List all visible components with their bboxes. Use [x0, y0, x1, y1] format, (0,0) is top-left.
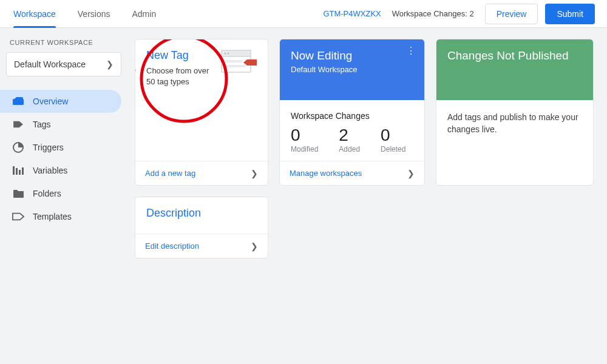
manage-workspaces-label: Manage workspaces	[290, 169, 362, 178]
workspace-changes-count: Workspace Changes: 2	[392, 9, 474, 18]
tab-versions[interactable]: Versions	[78, 0, 110, 27]
description-title: Description	[146, 207, 257, 220]
svg-rect-11	[225, 65, 246, 67]
sidebar-nav: Overview Tags Triggers Variables	[0, 90, 127, 228]
stat-added-num: 2	[339, 126, 360, 145]
svg-point-9	[228, 53, 229, 55]
tab-workspace[interactable]: Workspace	[13, 0, 56, 27]
preview-button[interactable]: Preview	[485, 4, 538, 24]
not-published-body: Add tags and publish to make your change…	[447, 111, 582, 136]
now-editing-subtitle: Default Workspace	[291, 65, 413, 74]
cards-row-1: New Tag Choose from over 50 tag types Ad…	[135, 39, 599, 186]
edit-description-label: Edit description	[145, 241, 199, 251]
card-new-tag-title: New Tag	[146, 49, 215, 62]
trigger-icon	[12, 142, 24, 153]
submit-button[interactable]: Submit	[545, 4, 595, 24]
chevron-right-icon: ❯	[251, 241, 258, 251]
variables-icon	[12, 166, 24, 175]
workspace-selector[interactable]: Default Workspace ❯	[6, 52, 121, 76]
card-menu-icon[interactable]: ⋮	[406, 48, 416, 54]
stat-added-label: Added	[339, 145, 360, 153]
chevron-right-icon: ❯	[251, 169, 258, 178]
sidebar-item-label: Tags	[33, 120, 51, 129]
cards-row-2: Description Edit description ❯	[135, 197, 599, 258]
svg-rect-3	[16, 168, 18, 175]
sidebar-item-label: Folders	[33, 189, 61, 198]
svg-rect-5	[22, 167, 24, 175]
sidebar-item-label: Triggers	[33, 143, 64, 152]
now-editing-title: Now Editing	[291, 49, 413, 62]
card-new-tag: New Tag Choose from over 50 tag types Ad…	[135, 39, 268, 186]
stat-modified-num: 0	[291, 126, 318, 145]
sidebar-item-label: Templates	[33, 212, 72, 221]
tag-illustration-icon	[220, 49, 257, 153]
sidebar-item-tags[interactable]: Tags	[0, 113, 121, 136]
sidebar-item-folders[interactable]: Folders	[0, 182, 121, 205]
container-id[interactable]: GTM-P4WXZKX	[323, 9, 381, 18]
not-published-title: Changes Not Published	[447, 49, 582, 62]
top-bar: Workspace Versions Admin GTM-P4WXZKX Wor…	[0, 0, 607, 28]
tab-admin[interactable]: Admin	[132, 0, 156, 27]
card-not-published: Changes Not Published Add tags and publi…	[436, 39, 594, 186]
svg-rect-10	[225, 60, 242, 62]
folder-icon	[12, 189, 24, 198]
add-new-tag-label: Add a new tag	[145, 169, 195, 178]
svg-rect-0	[13, 99, 24, 105]
tag-icon	[12, 120, 24, 129]
workspace-changes-stats: 0 Modified 2 Added 0 Deleted	[291, 126, 413, 153]
sidebar: CURRENT WORKSPACE Default Workspace ❯ Ov…	[0, 39, 127, 352]
card-now-editing: Now Editing Default Workspace ⋮ Workspac…	[279, 39, 425, 186]
sidebar-item-templates[interactable]: Templates	[0, 205, 121, 228]
chevron-right-icon: ❯	[407, 169, 415, 178]
card-description: Description Edit description ❯	[135, 197, 268, 258]
sidebar-item-variables[interactable]: Variables	[0, 159, 121, 182]
stat-deleted: 0 Deleted	[381, 126, 405, 153]
sidebar-item-label: Variables	[33, 166, 67, 175]
overview-icon	[12, 97, 24, 106]
workspace-changes-label: Workspace Changes	[291, 111, 413, 121]
chevron-right-icon: ❯	[106, 59, 114, 69]
stat-modified-label: Modified	[291, 145, 318, 153]
stat-modified: 0 Modified	[291, 126, 318, 153]
edit-description-link[interactable]: Edit description ❯	[135, 234, 268, 258]
add-new-tag-link[interactable]: Add a new tag ❯	[135, 161, 268, 185]
sidebar-item-triggers[interactable]: Triggers	[0, 136, 121, 159]
card-new-tag-subtitle: Choose from over 50 tag types	[146, 66, 213, 87]
stat-added: 2 Added	[339, 126, 360, 153]
template-icon	[12, 212, 24, 221]
sidebar-item-overview[interactable]: Overview	[0, 90, 121, 113]
svg-rect-4	[19, 170, 21, 175]
top-tabs: Workspace Versions Admin	[13, 0, 156, 27]
sidebar-item-label: Overview	[33, 96, 68, 106]
content-area: New Tag Choose from over 50 tag types Ad…	[135, 39, 599, 352]
stat-deleted-label: Deleted	[381, 145, 405, 153]
page-body: CURRENT WORKSPACE Default Workspace ❯ Ov…	[0, 28, 607, 364]
stat-deleted-num: 0	[381, 126, 405, 145]
manage-workspaces-link[interactable]: Manage workspaces ❯	[280, 161, 424, 185]
workspace-selector-name: Default Workspace	[14, 59, 86, 69]
svg-point-8	[225, 53, 226, 55]
sidebar-section-label: CURRENT WORKSPACE	[0, 39, 127, 52]
svg-rect-2	[13, 166, 15, 175]
